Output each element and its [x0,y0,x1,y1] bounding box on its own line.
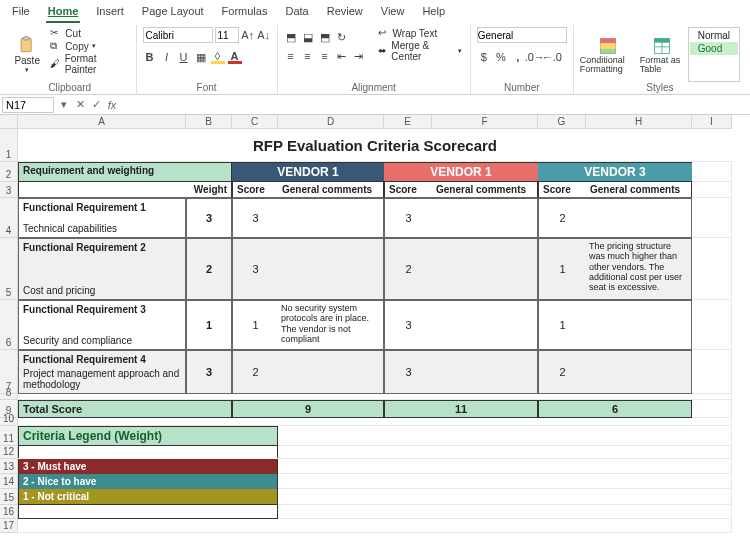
font-name-input[interactable] [143,27,213,43]
spreadsheet-grid[interactable]: A B C D E F G H I 1 RFP Evaluation Crite… [0,115,750,533]
col-header[interactable]: C [232,115,278,129]
row-header[interactable]: 11 [0,426,18,446]
row-header[interactable]: 13 [0,459,18,474]
format-as-table-button[interactable]: Format as Table [640,27,684,82]
menu-page-layout[interactable]: Page Layout [140,3,206,23]
total-v2[interactable]: 11 [384,400,538,418]
copy-button[interactable]: ⧉Copy▾ [48,40,129,52]
cell[interactable] [692,300,732,350]
cell[interactable] [692,238,732,300]
cell[interactable] [278,446,732,459]
row-header[interactable]: 5 [0,238,18,300]
comment-cell[interactable] [432,350,538,394]
req-weight-header[interactable]: Requirement and weighting [18,162,232,182]
score-cell[interactable]: 3 [232,238,278,300]
comment-cell[interactable] [278,238,384,300]
bold-icon[interactable]: B [143,50,157,64]
score-header[interactable]: Score [384,182,432,198]
align-middle-icon[interactable]: ⬓ [301,30,315,44]
cell[interactable] [692,198,732,238]
cell[interactable] [692,400,732,418]
requirement-cell[interactable]: Functional Requirement 2Cost and pricing [18,238,186,300]
cell[interactable] [18,519,732,533]
weight-header[interactable]: Weight [186,182,232,198]
align-right-icon[interactable]: ≡ [318,49,332,63]
align-left-icon[interactable]: ≡ [284,49,298,63]
menu-home[interactable]: Home [46,3,81,23]
menu-data[interactable]: Data [283,3,310,23]
align-bottom-icon[interactable]: ⬒ [318,30,332,44]
comment-cell[interactable] [432,300,538,350]
cell[interactable] [692,162,732,182]
comment-cell[interactable] [586,198,692,238]
row-header[interactable]: 14 [0,474,18,489]
sheet-title[interactable]: RFP Evaluation Criteria Scorecard [18,129,732,162]
increase-decimal-icon[interactable]: .0→ [528,50,542,64]
col-header[interactable]: E [384,115,432,129]
percent-icon[interactable]: % [494,50,508,64]
comment-cell[interactable] [278,350,384,394]
select-all-corner[interactable] [0,115,18,129]
score-cell[interactable]: 3 [232,198,278,238]
comment-cell[interactable] [432,198,538,238]
style-normal[interactable]: Normal [690,29,738,42]
wrap-text-button[interactable]: ↩Wrap Text [376,27,464,39]
increase-font-icon[interactable]: A↑ [241,28,255,42]
border-icon[interactable]: ▦ [194,50,208,64]
row-header[interactable]: 17 [0,519,18,533]
row-header[interactable]: 4 [0,198,18,238]
row-header[interactable]: 2 [0,162,18,182]
cell-styles-gallery[interactable]: Normal Good [688,27,740,82]
style-good[interactable]: Good [690,42,738,55]
score-cell[interactable]: 3 [384,300,432,350]
vendor1-header[interactable]: VENDOR 1 [232,162,384,182]
menu-help[interactable]: Help [420,3,447,23]
menu-review[interactable]: Review [325,3,365,23]
requirement-cell[interactable]: Functional Requirement 3Security and com… [18,300,186,350]
fx-icon[interactable]: fx [104,99,120,111]
comments-header[interactable]: General comments [278,182,384,198]
cell[interactable] [18,182,186,198]
cell[interactable] [692,350,732,394]
cell[interactable] [278,489,732,505]
cell[interactable] [278,459,732,474]
comment-cell[interactable] [278,198,384,238]
menu-view[interactable]: View [379,3,407,23]
underline-icon[interactable]: U [177,50,191,64]
indent-dec-icon[interactable]: ⇤ [335,49,349,63]
vendor2-header[interactable]: VENDOR 1 [384,162,538,182]
comma-icon[interactable]: , [511,50,525,64]
row-header[interactable]: 3 [0,182,18,198]
comments-header[interactable]: General comments [432,182,538,198]
cell[interactable] [278,505,732,519]
comments-header[interactable]: General comments [586,182,692,198]
menu-insert[interactable]: Insert [94,3,126,23]
total-v3[interactable]: 6 [538,400,692,418]
currency-icon[interactable]: $ [477,50,491,64]
col-header[interactable]: B [186,115,232,129]
score-cell[interactable]: 3 [384,198,432,238]
col-header[interactable]: I [692,115,732,129]
row-header[interactable]: 16 [0,505,18,519]
requirement-cell[interactable]: Functional Requirement 4Project manageme… [18,350,186,394]
row-header[interactable]: 1 [0,129,18,162]
align-center-icon[interactable]: ≡ [301,49,315,63]
score-cell[interactable]: 2 [232,350,278,394]
merge-center-button[interactable]: ⬌Merge & Center▾ [376,40,464,62]
menu-file[interactable]: File [10,3,32,23]
comment-cell[interactable] [586,300,692,350]
score-cell[interactable]: 1 [538,300,586,350]
weight-cell[interactable]: 2 [186,238,232,300]
legend-nice-to-have[interactable]: 2 - Nice to have [18,474,278,489]
legend-must-have[interactable]: 3 - Must have [18,459,278,474]
cut-button[interactable]: ✂Cut [48,27,129,39]
number-format-input[interactable] [477,27,567,43]
decrease-decimal-icon[interactable]: ←.0 [545,50,559,64]
fill-color-icon[interactable]: ◊ [211,50,225,64]
col-header[interactable]: H [586,115,692,129]
align-top-icon[interactable]: ⬒ [284,30,298,44]
vendor3-header[interactable]: VENDOR 3 [538,162,692,182]
score-cell[interactable]: 2 [384,238,432,300]
indent-inc-icon[interactable]: ⇥ [352,49,366,63]
score-cell[interactable]: 3 [384,350,432,394]
